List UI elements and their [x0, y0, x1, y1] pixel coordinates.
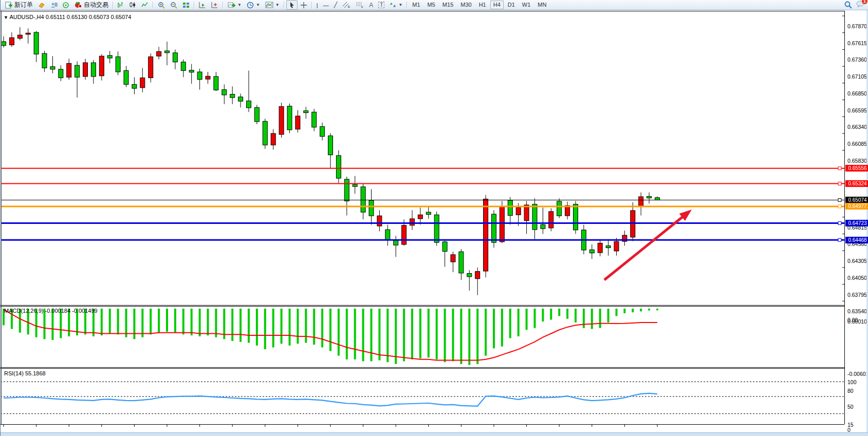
label-button[interactable]: T — [376, 0, 387, 10]
indicator-scale-label: 80 — [847, 388, 854, 394]
chart-shift-button[interactable] — [209, 0, 221, 10]
new-order-icon — [5, 2, 13, 9]
new-order-label: 新订单 — [14, 1, 33, 9]
price-scale-label: 0.63795 — [847, 292, 867, 298]
indicator-scale-label: -0.00601 — [847, 371, 868, 377]
price-scale-label: 0.67105 — [847, 73, 867, 80]
price-tag-0.65324: 0.65324 — [845, 180, 868, 187]
price-scale-label: 0.67615 — [847, 40, 867, 46]
arrows-icon — [390, 2, 396, 8]
price-tag-0.64723: 0.64723 — [845, 220, 868, 226]
new-order-button[interactable]: 新订单 — [3, 0, 35, 10]
timeframe-D1[interactable]: D1 — [505, 1, 518, 9]
zoom-in-button[interactable] — [155, 0, 168, 10]
autotrade-button[interactable]: 自动交易 — [72, 0, 111, 10]
arrows-button[interactable]: ▼ — [387, 0, 405, 10]
periods-icon — [247, 2, 254, 9]
rsi-indicator-label: RSI(14) 55.1868 — [4, 370, 46, 376]
auto-scroll-icon — [199, 2, 206, 8]
hline-icon: — — [323, 2, 329, 8]
price-scale-label: 0.66085 — [847, 141, 867, 147]
channel-button[interactable]: E — [340, 0, 353, 10]
line-chart-button[interactable] — [139, 0, 151, 10]
timeframe-M5[interactable]: M5 — [424, 1, 438, 9]
price-scale-label: 0.66340 — [847, 124, 867, 130]
notification-badge: 1 — [862, 0, 867, 4]
price-chart[interactable] — [1, 10, 868, 433]
price-tag-0.65074: 0.65074 — [845, 197, 868, 203]
price-scale-label: 0.67870 — [847, 23, 867, 29]
timeframe-M1[interactable]: M1 — [409, 1, 423, 9]
vline-icon: | — [317, 2, 318, 8]
indicator-scale-label: 50 — [847, 404, 854, 410]
chevron-down-icon: ▼ — [237, 3, 242, 7]
macd-layer — [4, 309, 657, 365]
timeframe-W1[interactable]: W1 — [519, 1, 534, 9]
crosshair-icon — [300, 2, 307, 9]
timeframe-bar: M1M5M15M30H1H4D1W1MN — [409, 1, 549, 9]
trendline-icon: ╱ — [334, 2, 338, 8]
zoom-in-icon — [158, 2, 165, 9]
timeframe-MN[interactable]: MN — [534, 1, 549, 9]
channel-icon: E — [342, 2, 350, 8]
chevron-down-icon: ▼ — [256, 3, 260, 7]
indicators-button[interactable]: ▼ — [225, 0, 244, 10]
price-tag-0.65556: 0.65556 — [845, 165, 868, 172]
text-icon: A — [369, 2, 373, 9]
cursor-button[interactable] — [286, 0, 298, 10]
price-scale-label: 0.67360 — [847, 56, 867, 63]
tile-windows-button[interactable] — [180, 0, 192, 10]
bar-chart-button[interactable] — [115, 0, 127, 10]
price-scale-label: 0.63540 — [847, 308, 867, 314]
fibonacci-button[interactable]: F — [353, 0, 366, 10]
autotrade-icon — [75, 2, 82, 8]
periods-button[interactable]: ▼ — [244, 0, 263, 10]
bar-chart-icon — [118, 2, 124, 8]
fibonacci-icon: F — [356, 2, 364, 8]
notifications-button[interactable]: 1 — [856, 1, 864, 9]
chevron-down-icon: ▼ — [275, 3, 280, 7]
history-button[interactable] — [35, 0, 48, 10]
templates-icon — [265, 2, 273, 8]
terminal-window: 新订单 自动交易 — [0, 0, 868, 436]
price-tag-0.64468: 0.64468 — [845, 237, 868, 243]
auto-scroll-button[interactable] — [196, 0, 209, 10]
autotrade-label: 自动交易 — [84, 1, 108, 9]
quote-text: AUDUSD-,H4 0.65111 0.65130 0.65073 0.650… — [9, 14, 131, 20]
price-scale-label: 0.65830 — [847, 158, 867, 164]
news-button[interactable] — [60, 0, 72, 10]
price-tag-0.64977: 0.64977 — [845, 203, 868, 210]
candles-layer — [1, 27, 844, 295]
crosshair-button[interactable] — [298, 0, 310, 10]
indicator-scale-label: 100 — [847, 379, 857, 385]
zoom-out-button[interactable] — [168, 0, 180, 10]
profile-button[interactable] — [48, 0, 60, 10]
line-chart-icon — [141, 2, 149, 8]
timeframe-M15[interactable]: M15 — [439, 1, 456, 9]
timeframe-M30[interactable]: M30 — [457, 1, 474, 9]
window-edge-bottom — [1, 432, 868, 436]
trendline-button[interactable]: ╱ — [331, 0, 340, 10]
price-scale-label: 0.64305 — [847, 258, 867, 264]
search-icon[interactable] — [844, 1, 852, 9]
quote-header: ▼ AUDUSD-,H4 0.65111 0.65130 0.65073 0.6… — [4, 14, 131, 20]
candle-chart-button[interactable] — [127, 0, 139, 10]
rsi-layer — [1, 382, 844, 413]
svg-text:F: F — [361, 6, 363, 8]
svg-text:E: E — [348, 5, 350, 8]
candle-chart-icon — [130, 2, 136, 8]
rsi-line — [4, 393, 657, 406]
templates-button[interactable]: ▼ — [263, 0, 282, 10]
hline-button[interactable]: — — [321, 0, 331, 10]
profile-icon — [50, 2, 58, 8]
macd-indicator-label: MACD(12,26,9) -0.000184 -0.001499 — [4, 308, 98, 314]
vline-button[interactable]: | — [314, 0, 321, 10]
news-icon — [63, 2, 69, 8]
collapse-triangle-icon[interactable]: ▼ — [4, 15, 8, 20]
timeframe-H1[interactable]: H1 — [476, 1, 489, 9]
timeframe-H4[interactable]: H4 — [490, 1, 504, 9]
tile-windows-icon — [182, 2, 190, 8]
toolbar: 新订单 自动交易 — [1, 0, 868, 10]
zoom-out-icon — [170, 2, 177, 9]
text-button[interactable]: A — [366, 0, 376, 10]
